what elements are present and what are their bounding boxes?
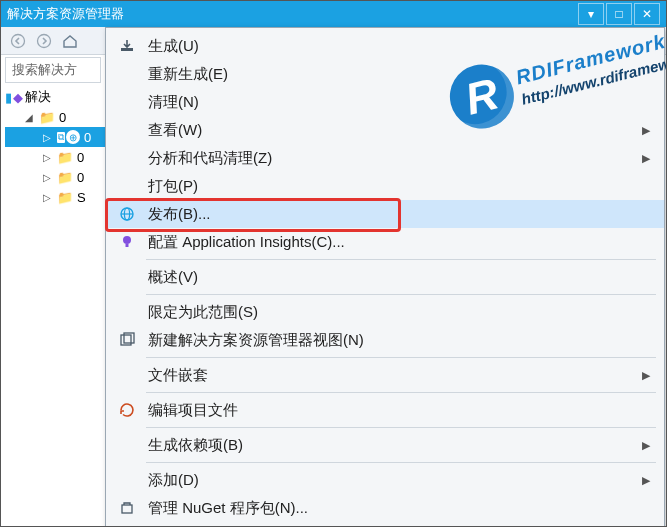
tree-item-label: S — [77, 190, 86, 205]
menu-item[interactable]: 分析和代码清理(Z)▶ — [106, 144, 664, 172]
menu-item[interactable]: 打包(P) — [106, 172, 664, 200]
tree-item-label: 0 — [77, 150, 84, 165]
menu-item-label: 发布(B)... — [148, 205, 628, 224]
nuget-icon — [116, 500, 138, 516]
context-menu: 生成(U)重新生成(E)清理(N)查看(W)▶分析和代码清理(Z)▶打包(P)发… — [105, 27, 665, 527]
menu-item-label: 清理(N) — [148, 93, 628, 112]
project-icon: ⧉ ⊕ — [57, 130, 80, 144]
expand-arrow-icon[interactable]: ▷ — [41, 192, 53, 203]
menu-item[interactable]: 查看(W)▶ — [106, 116, 664, 144]
expand-arrow-icon[interactable]: ▷ — [41, 172, 53, 183]
menu-item-label: 分析和代码清理(Z) — [148, 149, 628, 168]
tree-item-label: 0 — [77, 170, 84, 185]
menu-item[interactable]: 限定为此范围(S) — [106, 298, 664, 326]
build-icon — [116, 38, 138, 54]
svg-rect-7 — [126, 244, 129, 247]
menu-item-label: 文件嵌套 — [148, 366, 628, 385]
expand-arrow-icon[interactable]: ▷ — [41, 132, 53, 143]
menu-item-label: 查看(W) — [148, 121, 628, 140]
menu-item-label: 新建解决方案资源管理器视图(N) — [148, 331, 628, 350]
search-input[interactable]: 搜索解决方 — [5, 57, 101, 83]
expand-arrow-icon[interactable]: ◢ — [23, 112, 35, 123]
menu-item[interactable]: 管理 NuGet 程序包(N)... — [106, 494, 664, 522]
bulb-icon — [116, 234, 138, 250]
window-dropdown-button[interactable]: ▾ — [578, 3, 604, 25]
search-placeholder: 搜索解决方 — [12, 61, 77, 79]
menu-item-label: 打包(P) — [148, 177, 628, 196]
titlebar: 解决方案资源管理器 ▾ □ ✕ — [1, 1, 666, 27]
svg-rect-10 — [122, 505, 132, 513]
menu-item[interactable]: 管理客户端库(M)... — [106, 522, 664, 527]
expand-arrow-icon[interactable]: ▷ — [41, 152, 53, 163]
menu-separator — [146, 259, 656, 260]
menu-item-label: 管理 NuGet 程序包(N)... — [148, 499, 628, 518]
svg-point-1 — [38, 34, 51, 47]
edit-icon — [116, 402, 138, 418]
menu-item-label: 限定为此范围(S) — [148, 303, 628, 322]
menu-item[interactable]: 添加(D)▶ — [106, 466, 664, 494]
menu-item[interactable]: 生成依赖项(B)▶ — [106, 431, 664, 459]
menu-item[interactable]: 发布(B)... — [106, 200, 664, 228]
submenu-arrow-icon: ▶ — [638, 439, 654, 452]
solution-icon: ▮◆ — [5, 90, 21, 105]
menu-item[interactable]: 概述(V) — [106, 263, 664, 291]
window-title: 解决方案资源管理器 — [7, 5, 576, 23]
submenu-arrow-icon: ▶ — [638, 369, 654, 382]
menu-item-label: 编辑项目文件 — [148, 401, 628, 420]
tree-item-label: 0 — [84, 130, 91, 145]
folder-icon: 📁 — [39, 110, 55, 125]
menu-item[interactable]: 重新生成(E) — [106, 60, 664, 88]
menu-item-label: 重新生成(E) — [148, 65, 628, 84]
menu-separator — [146, 427, 656, 428]
tree-item-label: 0 — [59, 110, 66, 125]
folder-icon: 📁 — [57, 150, 73, 165]
svg-point-6 — [123, 236, 131, 244]
forward-icon — [36, 33, 52, 49]
forward-button[interactable] — [33, 30, 55, 52]
close-button[interactable]: ✕ — [634, 3, 660, 25]
menu-item[interactable]: 生成(U) — [106, 32, 664, 60]
menu-item[interactable]: 清理(N) — [106, 88, 664, 116]
submenu-arrow-icon: ▶ — [638, 124, 654, 137]
svg-point-0 — [12, 34, 25, 47]
back-icon — [10, 33, 26, 49]
submenu-arrow-icon: ▶ — [638, 474, 654, 487]
menu-item[interactable]: 编辑项目文件 — [106, 396, 664, 424]
solution-label: 解决 — [25, 88, 51, 106]
folder-icon: 📁 — [57, 190, 73, 205]
submenu-arrow-icon: ▶ — [638, 152, 654, 165]
home-button[interactable] — [59, 30, 81, 52]
menu-item-label: 概述(V) — [148, 268, 628, 287]
menu-item-label: 生成依赖项(B) — [148, 436, 628, 455]
folder-icon: 📁 — [57, 170, 73, 185]
menu-separator — [146, 392, 656, 393]
home-icon — [62, 33, 78, 49]
svg-rect-2 — [121, 48, 133, 51]
maximize-button[interactable]: □ — [606, 3, 632, 25]
menu-item[interactable]: 新建解决方案资源管理器视图(N) — [106, 326, 664, 354]
newview-icon — [116, 332, 138, 348]
menu-separator — [146, 294, 656, 295]
menu-item-label: 生成(U) — [148, 37, 628, 56]
back-button[interactable] — [7, 30, 29, 52]
globe-icon — [116, 206, 138, 222]
menu-item-label: 添加(D) — [148, 471, 628, 490]
menu-item[interactable]: 文件嵌套▶ — [106, 361, 664, 389]
menu-item-label: 配置 Application Insights(C)... — [148, 233, 628, 252]
menu-item[interactable]: 配置 Application Insights(C)... — [106, 228, 664, 256]
menu-separator — [146, 357, 656, 358]
menu-separator — [146, 462, 656, 463]
